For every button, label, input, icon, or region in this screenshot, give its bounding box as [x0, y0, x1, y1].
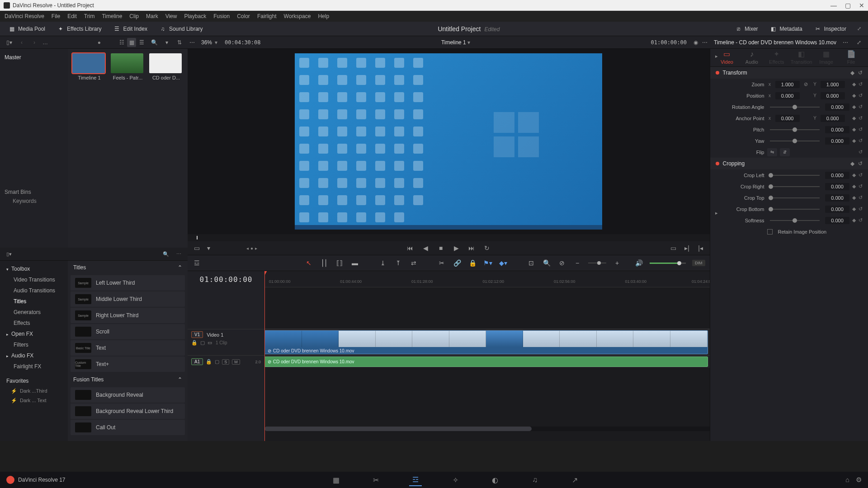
menu-help[interactable]: Help — [318, 13, 329, 19]
crop-left-val[interactable]: 0.000 — [825, 172, 849, 179]
reset-icon[interactable]: ↺ — [859, 183, 863, 189]
menu-davinci[interactable]: DaVinci Resolve — [5, 13, 44, 19]
rotation-val[interactable]: 0.000 — [825, 103, 849, 111]
page-deliver[interactable]: ↗ — [568, 474, 581, 486]
cat-titles[interactable]: Titles — [0, 296, 68, 307]
fx-bin-view[interactable]: ▯▾ — [5, 249, 14, 258]
page-fairlight[interactable]: ♫ — [528, 474, 541, 486]
reset-icon[interactable]: ↺ — [859, 172, 863, 178]
bin-view-icon[interactable]: ▯▾ — [5, 38, 14, 47]
timeline-ruler[interactable]: 01:00:00:00 01:00:44:00 01:01:28:00 01:0… — [264, 271, 710, 287]
metadata-toggle[interactable]: ◧Metadata — [766, 23, 806, 34]
dim-button[interactable]: DIM — [692, 260, 705, 266]
menu-trim[interactable]: Trim — [84, 13, 95, 19]
dynamic-trim-tool[interactable]: ⟦⟧ — [335, 258, 344, 267]
page-color[interactable]: ◐ — [489, 474, 501, 486]
a1-mute[interactable]: M — [232, 359, 240, 365]
clip-cd-dvd[interactable]: CD oder D... — [149, 53, 183, 80]
smart-bins-header[interactable]: Smart Bins — [5, 189, 63, 195]
blade-tool[interactable]: ▬ — [350, 258, 359, 267]
viewer-options[interactable]: ⋯ — [700, 38, 709, 47]
menu-view[interactable]: View — [165, 13, 177, 19]
current-tc[interactable]: 01:00:00:00 — [651, 39, 687, 46]
nav-back[interactable]: ‹ — [17, 38, 26, 47]
sort-icon[interactable]: ⇅ — [175, 38, 184, 47]
mixer-toggle[interactable]: ⎚Mixer — [731, 23, 761, 34]
go-out-icon[interactable]: |◂ — [696, 244, 705, 253]
blade-edit[interactable]: ✂ — [437, 258, 446, 267]
title-item[interactable]: SampleLeft Lower Third — [71, 275, 185, 291]
flip-h[interactable]: ⇋ — [767, 148, 777, 156]
insp-tab-effects[interactable]: ✦Effects — [764, 48, 789, 66]
title-item[interactable]: Basic TitleText — [71, 340, 185, 356]
keyframe-icon[interactable]: ◆ — [850, 160, 854, 167]
cat-generators[interactable]: Generators — [0, 307, 68, 318]
link-clips[interactable]: 🔗 — [453, 258, 462, 267]
kf-icon[interactable]: ◆ — [852, 183, 856, 189]
title-item[interactable]: SampleRight Lower Third — [71, 308, 185, 323]
yaw-slider[interactable] — [770, 141, 820, 141]
minimize-button[interactable]: — — [830, 2, 837, 9]
kf-icon[interactable]: ◆ — [852, 138, 856, 144]
page-media[interactable]: ▦ — [330, 474, 342, 486]
cat-toolbox[interactable]: Toolbox — [0, 263, 68, 274]
crop-bottom-val[interactable]: 0.000 — [825, 206, 849, 213]
reset-icon[interactable]: ↺ — [858, 160, 863, 167]
pitch-slider[interactable] — [770, 129, 820, 130]
viewer-zoom[interactable]: 36% — [201, 39, 212, 46]
volume-slider[interactable] — [650, 263, 686, 264]
audio-clip[interactable]: ⊘CD oder DVD brennen Windows 10.mov — [264, 357, 708, 367]
fav-item[interactable]: Dark ...Third — [0, 386, 68, 396]
reset-icon[interactable]: ↺ — [858, 70, 863, 76]
fusion-title-item[interactable]: Background Reveal Lower Third — [71, 404, 185, 419]
insp-tab-image[interactable]: ▦Image — [814, 48, 839, 66]
section-fusion-titles[interactable]: Fusion Titles⌃ — [68, 373, 188, 386]
insp-tab-file[interactable]: 📄File — [839, 48, 863, 66]
trim-tool[interactable]: ⎮⎮ — [320, 258, 329, 267]
retain-checkbox[interactable] — [767, 229, 773, 235]
keyframe-icon[interactable]: ◆ — [850, 70, 854, 76]
clip-timeline1[interactable]: Timeline 1 — [72, 53, 106, 80]
cat-effects[interactable]: Effects — [0, 318, 68, 328]
expand-button[interactable]: ⤢ — [854, 24, 863, 33]
options-icon[interactable]: ⋯ — [188, 38, 197, 47]
zoom-y[interactable]: 1.000 — [821, 81, 845, 88]
maximize-button[interactable]: ▢ — [845, 2, 851, 9]
kf-icon[interactable]: ◆ — [852, 81, 856, 87]
insert-clip[interactable]: ⤓ — [378, 258, 387, 267]
effects-library-toggle[interactable]: ✦Effects Library — [53, 23, 105, 34]
close-button[interactable]: ✕ — [859, 2, 864, 9]
video-clip[interactable]: ⊘CD oder DVD brennen Windows 10.mov — [264, 330, 708, 354]
stop-button[interactable]: ■ — [436, 244, 445, 253]
menu-mark[interactable]: Mark — [146, 13, 158, 19]
cat-filters[interactable]: Filters — [0, 339, 68, 350]
fusion-title-item[interactable]: Background Reveal — [71, 387, 185, 403]
kf-icon[interactable]: ◆ — [852, 217, 856, 223]
snap-icon[interactable]: ⊡ — [527, 258, 536, 267]
reset-icon[interactable]: ↺ — [859, 81, 863, 87]
home-icon[interactable] — [6, 476, 14, 484]
list-view[interactable]: ☰ — [137, 38, 146, 47]
kf-icon[interactable]: ◆ — [852, 104, 856, 110]
cropping-header[interactable]: Cropping ◆ ↺ — [710, 158, 868, 169]
kf-icon[interactable]: ◆ — [852, 93, 856, 99]
track-head-v1[interactable]: V1 Video 1 🔒 ▢ ▭ 1 Clip — [188, 329, 264, 355]
reset-icon[interactable]: ↺ — [859, 149, 863, 155]
crop-right-slider[interactable] — [770, 186, 820, 187]
fullscreen-icon[interactable]: ▭ — [669, 244, 678, 253]
zoom-fit[interactable]: 🔍 — [542, 258, 551, 267]
inspector-expand[interactable]: ⤢ — [854, 38, 863, 47]
reset-icon[interactable]: ↺ — [859, 217, 863, 223]
a1-badge[interactable]: A1 — [191, 358, 203, 365]
transform-header[interactable]: Transform ◆ ↺ — [710, 67, 868, 79]
kf-icon[interactable]: ◆ — [852, 206, 856, 212]
next-frame-button[interactable]: ⏭ — [467, 244, 476, 253]
a1-lock-icon[interactable]: 🔒 — [206, 359, 212, 365]
first-frame-button[interactable]: ⏮ — [406, 244, 415, 253]
menu-fusion[interactable]: Fusion — [213, 13, 230, 19]
reset-icon[interactable]: ↺ — [859, 138, 863, 144]
softness-slider[interactable] — [770, 220, 820, 221]
cat-fairlightfx[interactable]: Fairlight FX — [0, 361, 68, 372]
prev-edit[interactable]: ◂ — [246, 246, 249, 251]
reset-icon[interactable]: ↺ — [859, 127, 863, 132]
